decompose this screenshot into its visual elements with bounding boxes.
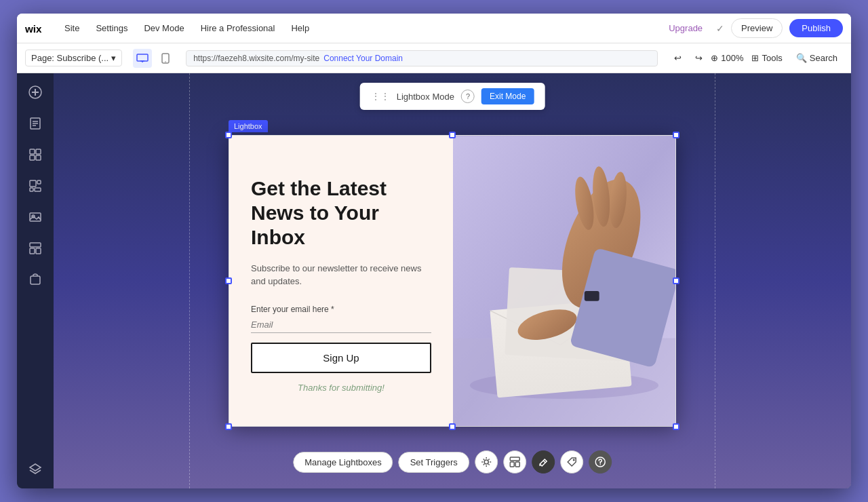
nav-help[interactable]: Help bbox=[284, 20, 316, 36]
svg-rect-26 bbox=[31, 276, 40, 284]
email-input[interactable] bbox=[251, 317, 431, 333]
mobile-icon[interactable] bbox=[156, 49, 175, 68]
handle-bottom-middle[interactable] bbox=[449, 423, 456, 430]
page-label: Page: Subscribe (... bbox=[31, 53, 108, 63]
lightbox-wrapper: Lightbox Get the Latest News to Your Inb… bbox=[229, 135, 676, 427]
lightbox-image-panel bbox=[453, 136, 675, 426]
upgrade-button[interactable]: Upgrade bbox=[662, 20, 709, 36]
manage-lightboxes-button[interactable]: Manage Lightboxes bbox=[293, 452, 393, 473]
bottom-toolbar: Manage Lightboxes Set Triggers bbox=[293, 450, 612, 474]
svg-rect-14 bbox=[36, 149, 41, 154]
desktop-icon[interactable] bbox=[133, 49, 152, 68]
svg-rect-16 bbox=[36, 155, 41, 160]
nav-hire[interactable]: Hire a Professional bbox=[194, 20, 282, 36]
svg-rect-25 bbox=[36, 248, 41, 254]
app-window: wix Site Settings Dev Mode Hire a Profes… bbox=[0, 0, 868, 502]
sidebar-apps-icon[interactable] bbox=[23, 142, 47, 167]
svg-rect-20 bbox=[35, 188, 41, 191]
edit-icon-button[interactable] bbox=[532, 450, 555, 474]
svg-rect-41 bbox=[585, 291, 599, 301]
lightbox-label: Lightbox bbox=[229, 120, 268, 132]
svg-rect-43 bbox=[510, 457, 519, 461]
svg-rect-13 bbox=[30, 149, 35, 154]
lightbox-help-icon[interactable]: ? bbox=[461, 90, 475, 103]
settings-icon-button[interactable] bbox=[475, 450, 498, 474]
lightbox-form-panel: Get the Latest News to Your Inbox Subscr… bbox=[229, 136, 453, 426]
zoom-level: 100% bbox=[721, 53, 743, 63]
handle-middle-left[interactable] bbox=[225, 277, 232, 284]
search-label: Search bbox=[810, 53, 837, 63]
zoom-icon: ⊕ bbox=[711, 53, 718, 63]
svg-rect-17 bbox=[30, 180, 36, 187]
undo-icon: ↩ bbox=[674, 53, 682, 63]
signup-button[interactable]: Sign Up bbox=[251, 343, 431, 373]
email-label: Enter your email here * bbox=[251, 305, 431, 314]
thanks-text: Thanks for submitting! bbox=[251, 383, 431, 393]
set-triggers-button[interactable]: Set Triggers bbox=[399, 452, 469, 473]
tools-icon: ⊞ bbox=[751, 53, 759, 63]
handle-bottom-right[interactable] bbox=[673, 423, 679, 430]
handle-top-middle[interactable] bbox=[449, 132, 456, 138]
handle-middle-right[interactable] bbox=[673, 277, 679, 284]
search-icon: 🔍 bbox=[796, 53, 807, 63]
sidebar-media-icon[interactable] bbox=[23, 205, 47, 229]
drag-handle-icon: ⋮⋮ bbox=[371, 91, 390, 102]
redo-button[interactable]: ↪ bbox=[690, 50, 708, 66]
svg-text:wix: wix bbox=[25, 22, 42, 34]
svg-rect-1 bbox=[137, 54, 148, 61]
undo-button[interactable]: ↩ bbox=[669, 50, 687, 66]
help-icon-button[interactable] bbox=[589, 450, 612, 474]
svg-point-5 bbox=[165, 61, 166, 62]
sidebar-components-icon[interactable] bbox=[23, 174, 47, 198]
guide-line-left bbox=[189, 73, 190, 488]
editor-toolbar: Page: Subscribe (... ▾ https://faezeh8.w… bbox=[17, 43, 851, 73]
handle-top-left[interactable] bbox=[225, 132, 232, 138]
tools-label: Tools bbox=[762, 53, 782, 63]
device-icons bbox=[133, 49, 175, 68]
tools-button[interactable]: ⊞ Tools bbox=[746, 50, 787, 66]
editor-window: wix Site Settings Dev Mode Hire a Profes… bbox=[17, 14, 851, 488]
guide-line-right bbox=[715, 73, 715, 488]
layout-icon-button[interactable] bbox=[503, 450, 526, 474]
sidebar-layers-icon[interactable] bbox=[23, 457, 47, 482]
connect-domain-link[interactable]: Connect Your Domain bbox=[323, 54, 403, 63]
handle-top-right[interactable] bbox=[673, 132, 679, 138]
sidebar-wixapps-icon[interactable] bbox=[23, 267, 47, 292]
nav-site[interactable]: Site bbox=[58, 20, 86, 36]
editor-area: ⋮⋮ Lightbox Mode ? Exit Mode Lightbox bbox=[17, 73, 851, 488]
sidebar-layouts-icon[interactable] bbox=[23, 236, 47, 260]
nav-bar: wix Site Settings Dev Mode Hire a Profes… bbox=[17, 14, 851, 43]
svg-rect-24 bbox=[30, 248, 35, 254]
preview-button[interactable]: Preview bbox=[731, 18, 783, 38]
svg-rect-18 bbox=[37, 180, 41, 184]
lightbox-box: Get the Latest News to Your Inbox Subscr… bbox=[229, 135, 676, 427]
svg-rect-44 bbox=[510, 462, 514, 467]
svg-rect-45 bbox=[515, 462, 519, 467]
nav-settings[interactable]: Settings bbox=[89, 20, 134, 36]
tag-icon-button[interactable] bbox=[560, 450, 583, 474]
sidebar-pages-icon[interactable] bbox=[23, 111, 47, 136]
lightbox-mode-text: Lightbox Mode bbox=[397, 92, 454, 102]
zoom-control[interactable]: ⊕ 100% bbox=[711, 53, 743, 63]
nav-devmode[interactable]: Dev Mode bbox=[137, 20, 191, 36]
svg-rect-19 bbox=[30, 188, 33, 191]
handle-bottom-left[interactable] bbox=[225, 423, 232, 430]
publish-button[interactable]: Publish bbox=[789, 19, 843, 37]
svg-rect-15 bbox=[30, 155, 35, 160]
redo-icon: ↪ bbox=[695, 53, 703, 63]
exit-mode-button[interactable]: Exit Mode bbox=[481, 88, 534, 104]
svg-rect-23 bbox=[30, 243, 41, 247]
page-selector[interactable]: Page: Subscribe (... ▾ bbox=[25, 50, 122, 66]
sidebar-add-icon[interactable] bbox=[23, 80, 47, 104]
canvas[interactable]: ⋮⋮ Lightbox Mode ? Exit Mode Lightbox bbox=[54, 73, 851, 488]
svg-marker-27 bbox=[30, 464, 41, 471]
search-button[interactable]: 🔍 Search bbox=[791, 50, 843, 66]
lightbox-subtext: Subscribe to our newsletter to receive n… bbox=[251, 262, 431, 288]
url-text: https://faezeh8.wixsite.com/my-site bbox=[193, 54, 319, 63]
toolbar-right: ↩ ↪ ⊕ 100% ⊞ Tools 🔍 Search bbox=[669, 50, 843, 66]
svg-point-42 bbox=[484, 460, 488, 464]
lightbox-mode-bar: ⋮⋮ Lightbox Mode ? Exit Mode bbox=[360, 83, 545, 110]
email-input-wrapper bbox=[251, 317, 431, 333]
url-bar: https://faezeh8.wixsite.com/my-site Conn… bbox=[186, 50, 658, 66]
left-sidebar bbox=[17, 73, 54, 488]
